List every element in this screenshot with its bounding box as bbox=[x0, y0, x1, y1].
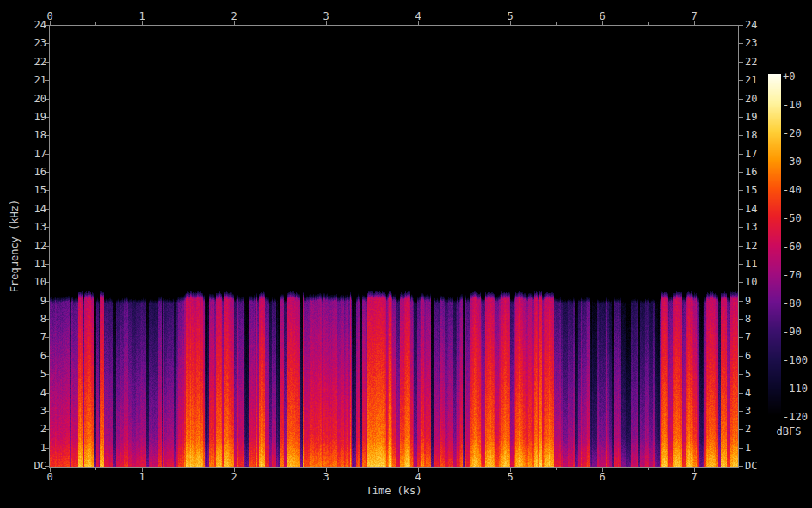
right-axis-tick bbox=[739, 43, 743, 44]
right-axis-tick bbox=[739, 411, 743, 412]
top-axis-tick-label: 2 bbox=[217, 11, 251, 22]
right-axis-tick-label: 9 bbox=[745, 296, 751, 307]
right-axis-tick-label: 21 bbox=[745, 75, 757, 86]
top-axis-tick-label: 6 bbox=[585, 11, 619, 22]
right-axis-tick-label: DC bbox=[745, 461, 757, 472]
left-axis-tick-label: 11 bbox=[15, 259, 46, 270]
left-axis-tick-label: 18 bbox=[15, 130, 46, 141]
top-axis-minor-tick bbox=[372, 22, 372, 25]
right-axis-tick bbox=[739, 209, 743, 210]
top-axis-tick-label: 5 bbox=[493, 11, 527, 22]
right-axis-tick-label: 6 bbox=[745, 351, 751, 362]
left-axis-tick-label: 20 bbox=[15, 94, 46, 105]
top-axis-tick-label: 1 bbox=[125, 11, 159, 22]
colorbar-tick-label: +0 bbox=[783, 71, 795, 83]
left-axis-tick-label: 21 bbox=[15, 75, 46, 86]
left-axis-tick-label: 1 bbox=[15, 443, 46, 454]
left-axis-tick-label: 16 bbox=[15, 167, 46, 178]
left-axis-tick-label: 12 bbox=[15, 241, 46, 252]
colorbar-tick-label: -110 bbox=[783, 383, 808, 395]
bottom-axis-tick-label: 6 bbox=[585, 472, 619, 483]
right-axis-tick bbox=[739, 319, 743, 320]
left-axis-tick-label: 22 bbox=[15, 57, 46, 68]
right-axis-tick bbox=[739, 62, 743, 63]
colorbar-tick-label: -40 bbox=[783, 185, 802, 196]
top-axis-minor-tick bbox=[188, 22, 188, 25]
top-axis-tick-label: 4 bbox=[401, 11, 435, 22]
right-axis-tick bbox=[739, 466, 743, 467]
left-axis-tick-label: 3 bbox=[15, 406, 46, 417]
right-axis-tick-label: 1 bbox=[745, 443, 751, 454]
bottom-axis-tick-label: 2 bbox=[217, 472, 251, 483]
bottom-axis-tick-label: 7 bbox=[677, 472, 711, 483]
right-axis-tick-label: 4 bbox=[745, 388, 751, 399]
left-axis-tick-label: DC bbox=[15, 461, 46, 472]
left-axis-tick-label: 10 bbox=[15, 277, 46, 288]
bottom-axis-tick-label: 3 bbox=[309, 472, 343, 483]
colorbar-tick-label: -80 bbox=[783, 298, 802, 309]
right-axis-tick bbox=[739, 227, 743, 228]
right-axis-tick-label: 17 bbox=[745, 149, 757, 160]
top-axis-minor-tick bbox=[280, 22, 280, 25]
top-axis-minor-tick bbox=[464, 22, 464, 25]
right-axis-tick-label: 19 bbox=[745, 112, 757, 123]
colorbar-tick-label: -10 bbox=[783, 100, 802, 111]
bottom-axis-minor-tick bbox=[280, 468, 280, 470]
right-axis-tick-label: 20 bbox=[745, 94, 757, 105]
left-axis-tick-label: 8 bbox=[15, 314, 46, 325]
bottom-axis-minor-tick bbox=[95, 468, 96, 470]
left-axis-tick-label: 5 bbox=[15, 369, 46, 380]
bottom-axis-title: Time (ks) bbox=[329, 486, 458, 497]
left-axis-tick-label: 4 bbox=[15, 388, 46, 399]
right-axis-tick-label: 12 bbox=[745, 241, 757, 252]
bottom-axis-minor-tick bbox=[464, 468, 464, 470]
right-axis-tick-label: 11 bbox=[745, 259, 757, 270]
right-axis-tick-label: 22 bbox=[745, 57, 757, 68]
right-axis-tick-label: 13 bbox=[745, 222, 757, 233]
left-axis-tick-label: 23 bbox=[15, 38, 46, 49]
top-axis-tick-label: 0 bbox=[33, 11, 67, 22]
colorbar-tick-label: -60 bbox=[783, 242, 802, 253]
right-axis-tick bbox=[739, 246, 743, 247]
right-axis-tick bbox=[739, 301, 743, 302]
right-axis-tick-label: 18 bbox=[745, 130, 757, 141]
bottom-axis-minor-tick bbox=[188, 468, 188, 470]
right-axis-tick bbox=[739, 282, 743, 283]
right-axis-tick bbox=[739, 80, 743, 81]
right-axis-tick bbox=[739, 429, 743, 430]
right-axis-tick bbox=[739, 154, 743, 155]
right-axis-tick-label: 7 bbox=[745, 332, 751, 343]
colorbar-tick-label: -70 bbox=[783, 270, 802, 281]
right-axis-tick-label: 2 bbox=[745, 424, 751, 435]
top-axis-tick-label: 3 bbox=[309, 11, 343, 22]
right-axis-tick bbox=[739, 448, 743, 449]
colorbar-tick-label: -120 bbox=[783, 412, 808, 423]
bottom-axis-minor-tick bbox=[648, 468, 649, 470]
right-axis-tick-label: 15 bbox=[745, 185, 757, 196]
bottom-axis-tick-label: 1 bbox=[125, 472, 159, 483]
right-axis-tick bbox=[739, 117, 743, 118]
right-axis-tick bbox=[739, 25, 743, 26]
colorbar-unit-label: dBFS bbox=[765, 426, 812, 438]
left-axis-tick-label: 9 bbox=[15, 296, 46, 307]
right-axis-tick-label: 24 bbox=[745, 20, 757, 31]
bottom-axis-minor-tick bbox=[556, 468, 557, 470]
colorbar-tick-label: -50 bbox=[783, 213, 802, 224]
right-axis-tick-label: 5 bbox=[745, 369, 751, 380]
left-axis-tick-label: 13 bbox=[15, 222, 46, 233]
right-axis-tick-label: 23 bbox=[745, 38, 757, 49]
top-axis-tick-label: 7 bbox=[677, 11, 711, 22]
right-axis-tick bbox=[739, 356, 743, 357]
right-axis-tick-label: 10 bbox=[745, 277, 757, 288]
right-axis-tick-label: 8 bbox=[745, 314, 751, 325]
colorbar-tick-label: -90 bbox=[783, 327, 802, 338]
left-axis-tick-label: 19 bbox=[15, 112, 46, 123]
bottom-axis-minor-tick bbox=[372, 468, 372, 470]
right-axis-tick-label: 16 bbox=[745, 167, 757, 178]
left-axis-tick-label: 15 bbox=[15, 185, 46, 196]
top-axis-minor-tick bbox=[648, 22, 649, 25]
spectrogram-canvas bbox=[50, 26, 738, 467]
spectrogram-figure: Frequency (kHz) Time (ks) dBFS 242423232… bbox=[0, 0, 812, 508]
left-axis-tick-label: 14 bbox=[15, 204, 46, 215]
right-axis-tick bbox=[739, 172, 743, 173]
